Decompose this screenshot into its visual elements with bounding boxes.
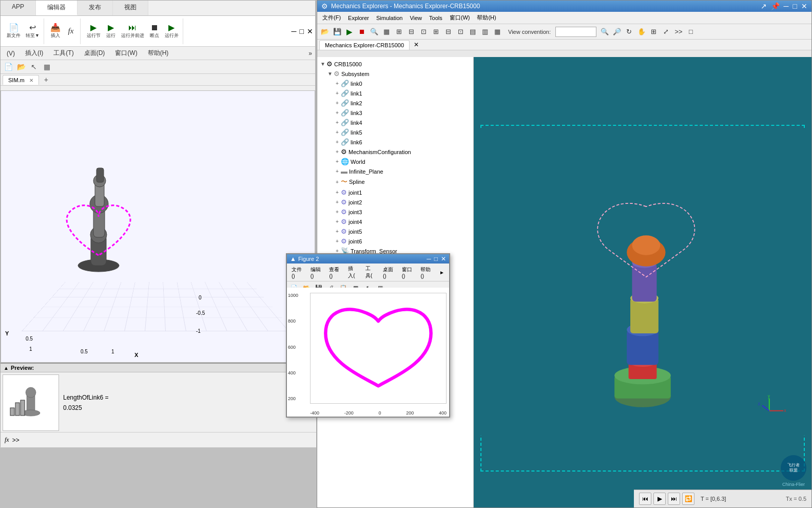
tree-joint3[interactable]: + ⚙ joint3	[317, 207, 473, 217]
view-convention-dropdown[interactable]	[555, 27, 596, 37]
close-btn[interactable]: ✕	[307, 27, 313, 35]
tab-sim-m[interactable]: SIM.m ✕	[3, 75, 39, 85]
mech-menu-tools[interactable]: Tools	[426, 14, 446, 22]
run-advance-btn[interactable]: ⏭ 运行并前进	[119, 23, 146, 40]
table-btn[interactable]: ▦	[41, 61, 52, 72]
tree-link4[interactable]: + 🔗 link4	[317, 118, 473, 127]
fig2-minimize-btn[interactable]: ─	[427, 255, 431, 262]
mech-fit-btn[interactable]: ⊞	[648, 26, 660, 37]
mech-zoom-out-btn[interactable]: 🔎	[611, 26, 623, 37]
tree-link5[interactable]: + 🔗 link5	[317, 127, 473, 137]
fig2-menu-window[interactable]: 窗口()	[399, 265, 417, 280]
tree-spline[interactable]: + 〜 Spline	[317, 176, 473, 187]
mech-menu-view[interactable]: View	[407, 14, 425, 22]
mech-grid4-btn[interactable]: ⊡	[418, 26, 429, 37]
fig2-menu-edit[interactable]: 编辑()	[307, 265, 325, 280]
3d-viewport[interactable]: x y z 飞行者联盟 China-Flier	[474, 57, 811, 507]
tree-joint4[interactable]: + ⚙ joint4	[317, 217, 473, 227]
fig2-menu-desktop[interactable]: 桌面()	[380, 265, 398, 280]
breakpoint-btn[interactable]: ⏹ 断点	[147, 23, 162, 40]
mech-more-btn[interactable]: >>	[673, 26, 684, 37]
open-btn[interactable]: 📂	[15, 61, 27, 72]
play-pause-btn[interactable]: ▶	[653, 493, 666, 505]
mech-grid8-btn[interactable]: ▤	[467, 26, 478, 37]
menu-help[interactable]: 帮助(H)	[145, 48, 172, 59]
tree-joint5[interactable]: + ⚙ joint5	[317, 227, 473, 236]
mech-main-tab[interactable]: Mechanics Explorer-CRB15000	[319, 40, 410, 50]
mech-grid3-btn[interactable]: ⊟	[405, 26, 417, 37]
fig2-menu-insert[interactable]: 插入(	[345, 264, 361, 280]
tree-link6[interactable]: + 🔗 link6	[317, 137, 473, 147]
tree-root[interactable]: ▼ ⚙ CRB15000	[317, 59, 473, 69]
collapse-btn[interactable]: »	[308, 50, 312, 57]
minimize-btn[interactable]: ─	[292, 27, 297, 35]
preview-toggle-btn[interactable]: ▲	[4, 365, 9, 371]
mech-close-btn[interactable]: ✕	[801, 2, 807, 10]
fig2-menu-help[interactable]: 帮助()	[417, 265, 435, 280]
tree-joint1[interactable]: + ⚙ joint1	[317, 187, 473, 197]
new-file-btn[interactable]: 📄 新文件	[5, 23, 23, 40]
step-forward-btn[interactable]: ⏭	[668, 493, 680, 505]
tab-app[interactable]: APP	[1, 1, 36, 15]
tab-editor[interactable]: 编辑器	[36, 1, 78, 15]
mech-zoom-in-btn[interactable]: 🔍	[599, 26, 610, 37]
mech-play-btn[interactable]: ▶	[344, 26, 355, 37]
fig2-menu-tools[interactable]: 工具(	[362, 264, 379, 280]
tree-link3[interactable]: + 🔗 link3	[317, 108, 473, 118]
mech-minimize-btn[interactable]: ─	[784, 2, 789, 10]
tree-link0[interactable]: + 🔗 link0	[317, 79, 473, 88]
menu-desktop[interactable]: 桌面(D)	[81, 48, 108, 59]
menu-window[interactable]: 窗口(W)	[112, 48, 140, 59]
tree-link2[interactable]: + 🔗 link2	[317, 98, 473, 108]
tree-infinite-plane[interactable]: + ▬ Infinite_Plane	[317, 166, 473, 176]
run-section-btn[interactable]: ▶ 运行节	[85, 23, 103, 40]
mech-expand-btn[interactable]: ↗	[761, 2, 767, 10]
mech-menu-explorer[interactable]: Explorer	[345, 14, 372, 22]
menu-tools[interactable]: 工具(T)	[50, 48, 76, 59]
tab-publish[interactable]: 发布	[78, 1, 113, 15]
insert-btn[interactable]: 📥 插入	[48, 23, 63, 40]
menu-insert[interactable]: 插入(I)	[22, 48, 46, 59]
run-and-btn[interactable]: ▶ 运行并	[163, 23, 181, 40]
run-btn[interactable]: ▶ 运行	[104, 23, 118, 40]
mech-expand-view-btn[interactable]: ⤢	[661, 26, 672, 37]
tree-joint6[interactable]: + ⚙ joint6	[317, 236, 473, 246]
mech-grid7-btn[interactable]: ⊡	[455, 26, 466, 37]
mech-grid-btn[interactable]: ▦	[381, 26, 392, 37]
tree-world[interactable]: + 🌐 World	[317, 157, 473, 166]
mech-pan-btn[interactable]: ✋	[636, 26, 647, 37]
mech-grid5-btn[interactable]: ⊞	[430, 26, 441, 37]
tree-mechconfig[interactable]: + ⚙ MechanismConfiguration	[317, 147, 473, 157]
mech-grid10-btn[interactable]: ▦	[492, 26, 503, 37]
tree-link1[interactable]: + 🔗 link1	[317, 88, 473, 98]
mech-menu-window[interactable]: 窗口(W)	[447, 13, 473, 23]
mech-search-btn[interactable]: 🔍	[369, 26, 380, 37]
loop-btn[interactable]: 🔁	[682, 493, 694, 505]
tree-subsystem[interactable]: ▼ ⚙ Subsystem	[317, 69, 473, 79]
mech-square-btn[interactable]: □	[685, 26, 697, 37]
mech-grid9-btn[interactable]: ▥	[479, 26, 491, 37]
mech-save-btn[interactable]: 💾	[332, 26, 343, 37]
step-back-btn[interactable]: ⏮	[639, 493, 651, 505]
goto-btn[interactable]: ↩ 转至▼	[24, 23, 42, 40]
mech-menu-file[interactable]: 文件(F)	[319, 13, 344, 23]
mech-pin-btn[interactable]: 📌	[771, 2, 780, 10]
close-tab-btn[interactable]: ✕	[29, 78, 33, 83]
new-script-btn[interactable]: 📄	[3, 61, 14, 72]
fig2-expand-btn[interactable]: ►	[436, 269, 448, 276]
mech-stop-btn[interactable]: ⏹	[356, 26, 368, 37]
add-tab-btn[interactable]: +	[40, 74, 52, 85]
maximize-btn[interactable]: □	[300, 27, 304, 35]
tab-view[interactable]: 视图	[113, 1, 148, 15]
mech-rotate-btn[interactable]: ↻	[624, 26, 635, 37]
mech-grid2-btn[interactable]: ⊞	[393, 26, 404, 37]
fig2-close-btn[interactable]: ✕	[441, 255, 446, 262]
fig2-maximize-btn[interactable]: □	[434, 255, 438, 262]
fig2-menu-view[interactable]: 查看()	[326, 265, 344, 280]
cursor-btn[interactable]: ↖	[28, 61, 40, 72]
mech-maximize-btn[interactable]: □	[793, 2, 797, 10]
close-mech-tab-btn[interactable]: ✕	[410, 40, 423, 50]
mech-menu-help[interactable]: 帮助(H)	[474, 13, 499, 23]
fig2-menu-file[interactable]: 文件()	[288, 265, 306, 280]
fx-btn[interactable]: fx	[64, 26, 78, 36]
